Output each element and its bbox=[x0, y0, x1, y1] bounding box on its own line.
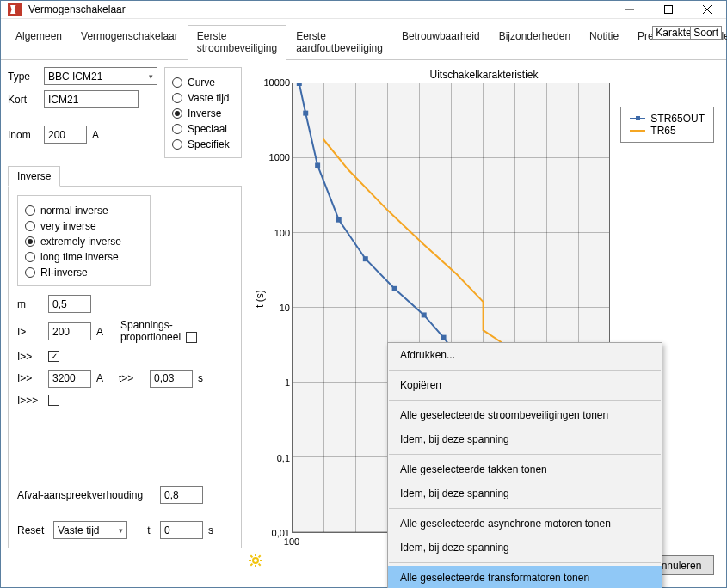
radio-extremely-inverse[interactable]: extremely inverse bbox=[25, 234, 143, 249]
titlebar: Vermogenschakelaar bbox=[1, 1, 726, 19]
svg-rect-6 bbox=[392, 286, 397, 291]
y-tick: 100 bbox=[274, 228, 290, 238]
legend: STR65OUT TR65 bbox=[620, 107, 714, 143]
context-menu-item[interactable]: Alle geselecteerde takken tonen bbox=[388, 457, 662, 481]
igtgt-unit: A bbox=[96, 372, 103, 384]
type-label: Type bbox=[8, 70, 39, 83]
tab-algemeen[interactable]: Algemeen bbox=[6, 25, 71, 60]
type-combo[interactable]: BBC ICM21 ▾ bbox=[44, 67, 157, 85]
radio-very-inverse[interactable]: very inverse bbox=[25, 218, 143, 234]
tab-eerste-stroombeveiliging[interactable]: Eerste stroombeveiliging bbox=[188, 25, 286, 60]
svg-rect-5 bbox=[363, 256, 368, 261]
svg-point-12 bbox=[253, 558, 258, 563]
radio-speciaal[interactable]: Speciaal bbox=[172, 121, 234, 137]
soort-group: Soort normal inverse very inverse extrem… bbox=[17, 195, 151, 286]
tab-betrouwbaarheid[interactable]: Betrouwbaarheid bbox=[392, 25, 490, 60]
svg-rect-1 bbox=[297, 83, 302, 86]
kort-input[interactable]: ICM21 bbox=[44, 90, 139, 108]
igtgt-input[interactable]: 3200 bbox=[48, 370, 91, 388]
radio-long-time-inverse[interactable]: long time inverse bbox=[25, 249, 143, 265]
subtab-inverse[interactable]: Inverse bbox=[8, 166, 60, 187]
inom-input[interactable]: 200 bbox=[44, 126, 87, 144]
tab-notitie[interactable]: Notitie bbox=[580, 25, 628, 60]
context-menu-item[interactable]: Afdrukken... bbox=[388, 343, 662, 367]
context-menu-separator bbox=[389, 400, 661, 401]
spannings-label: Spannings- proportioneel bbox=[120, 320, 197, 344]
karakteristiek-group: Karakteristiek Curve Vaste tijd Inverse … bbox=[164, 67, 242, 158]
igt-unit: A bbox=[96, 326, 103, 338]
tgtgt-input[interactable]: 0,03 bbox=[150, 370, 193, 388]
sub-tabs: Inverse bbox=[8, 165, 242, 187]
reset-t-input[interactable]: 0 bbox=[160, 521, 203, 539]
y-tick: 1000 bbox=[269, 152, 290, 162]
svg-rect-3 bbox=[315, 162, 320, 168]
context-menu-item[interactable]: Alle geselecteerde asynchrone motoren to… bbox=[388, 511, 662, 536]
igt-label: I> bbox=[17, 326, 43, 338]
tabs: Algemeen Vermogenschakelaar Eerste stroo… bbox=[1, 19, 726, 60]
radio-vaste-tijd[interactable]: Vaste tijd bbox=[172, 90, 234, 106]
tab-eerste-aardfoutbeveiliging[interactable]: Eerste aardfoutbeveiliging bbox=[286, 25, 392, 60]
y-axis-label: t (s) bbox=[254, 290, 266, 308]
context-menu-separator bbox=[389, 370, 661, 371]
chevron-down-icon: ▾ bbox=[119, 526, 123, 535]
tgtgt-label: t>> bbox=[119, 372, 145, 384]
igtgtgt-checkbox[interactable] bbox=[48, 395, 59, 406]
window-buttons bbox=[610, 1, 726, 18]
radio-curve[interactable]: Curve bbox=[172, 75, 234, 90]
chevron-down-icon: ▾ bbox=[149, 72, 153, 81]
context-menu-separator bbox=[389, 508, 661, 509]
m-label: m bbox=[17, 298, 43, 310]
context-menu-item[interactable]: Alle geselecteerde stroombeveiligingen t… bbox=[388, 403, 662, 427]
radio-ri-inverse[interactable]: RI-inverse bbox=[25, 265, 143, 280]
svg-rect-7 bbox=[422, 312, 427, 317]
context-menu-item[interactable]: Idem, bij deze spanning bbox=[388, 481, 662, 505]
minimize-button[interactable] bbox=[610, 1, 649, 18]
left-panel: Type BBC ICM21 ▾ Kort ICM21 Inom 200 A bbox=[8, 67, 242, 548]
inom-unit: A bbox=[92, 129, 99, 141]
kort-label: Kort bbox=[8, 94, 39, 106]
context-menu-item[interactable]: Idem, bij deze spanning bbox=[388, 427, 662, 451]
context-menu-item[interactable]: Kopiëren bbox=[388, 373, 662, 397]
inverse-panel: Soort normal inverse very inverse extrem… bbox=[8, 187, 242, 548]
afval-input[interactable]: 0,8 bbox=[160, 486, 203, 504]
y-tick: 10 bbox=[280, 303, 290, 313]
soort-title: Soort bbox=[690, 26, 722, 40]
tgtgt-unit: s bbox=[198, 372, 203, 384]
window-title: Vermogenschakelaar bbox=[28, 3, 610, 15]
inom-label: Inom bbox=[8, 129, 39, 141]
chart-title: Uitschakelkarakteristiek bbox=[249, 67, 719, 84]
radio-normal-inverse[interactable]: normal inverse bbox=[25, 203, 143, 218]
radio-specifiek[interactable]: Specifiek bbox=[172, 137, 234, 152]
close-button[interactable] bbox=[687, 1, 726, 18]
gear-icon[interactable] bbox=[249, 554, 262, 567]
tab-vermogenschakelaar[interactable]: Vermogenschakelaar bbox=[71, 25, 188, 60]
radio-inverse[interactable]: Inverse bbox=[172, 106, 234, 121]
igtgt-label: I>> bbox=[17, 372, 43, 384]
svg-rect-2 bbox=[303, 111, 308, 116]
context-menu: Afdrukken...KopiërenAlle geselecteerde s… bbox=[387, 342, 662, 588]
igtgtgt-label: I>>> bbox=[17, 395, 43, 407]
m-input[interactable]: 0,5 bbox=[48, 295, 91, 313]
tab-bijzonderheden[interactable]: Bijzonderheden bbox=[490, 25, 580, 60]
igt-input[interactable]: 200 bbox=[48, 322, 91, 340]
reset-t-label: t bbox=[143, 524, 155, 536]
reset-label: Reset bbox=[17, 524, 48, 536]
context-menu-separator bbox=[389, 454, 661, 455]
reset-t-unit: s bbox=[208, 524, 213, 536]
svg-rect-4 bbox=[336, 217, 342, 223]
legend-item-1: TR65 bbox=[650, 125, 675, 137]
maximize-button[interactable] bbox=[649, 1, 687, 18]
igtgt-enable-label: I>> bbox=[17, 351, 43, 363]
context-menu-item[interactable]: Idem, bij deze spanning bbox=[388, 536, 662, 560]
reset-combo[interactable]: Vaste tijd ▾ bbox=[53, 521, 127, 539]
y-tick: 0,1 bbox=[277, 453, 290, 463]
svg-rect-0 bbox=[664, 6, 672, 14]
igtgt-enable-checkbox[interactable] bbox=[48, 351, 59, 362]
type-value: BBC ICM21 bbox=[48, 70, 102, 83]
afval-label: Afval-aanspreekverhouding bbox=[17, 489, 155, 501]
spannings-checkbox[interactable] bbox=[186, 332, 197, 343]
legend-item-0: STR65OUT bbox=[650, 113, 705, 125]
app-icon bbox=[8, 3, 22, 16]
svg-rect-8 bbox=[441, 335, 447, 340]
context-menu-item[interactable]: Alle geselecteerde transformatoren tonen bbox=[388, 566, 662, 588]
